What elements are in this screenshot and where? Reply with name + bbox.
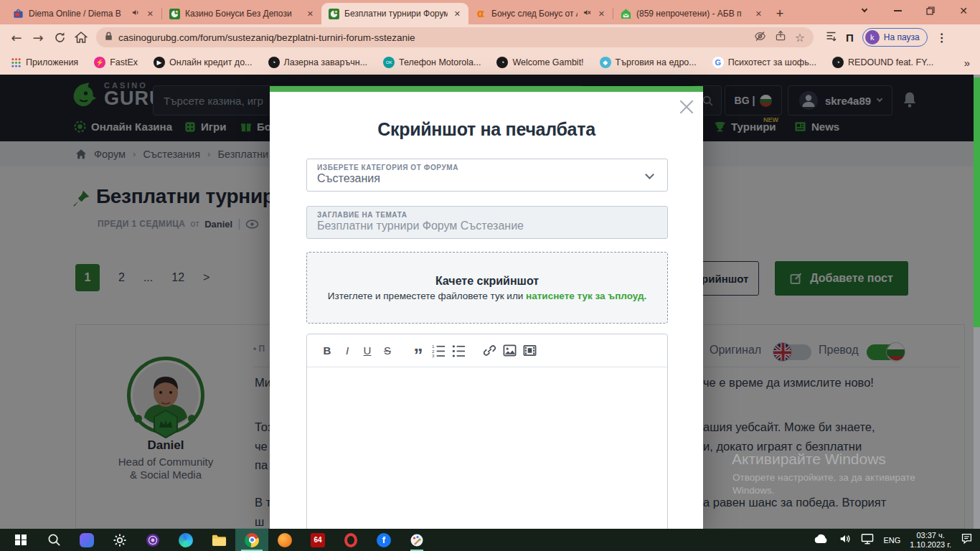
bookmark-label: Лазерна заваръчн... (284, 57, 368, 67)
image-icon[interactable] (499, 341, 519, 361)
extension-p-icon[interactable]: П (846, 32, 854, 44)
volume-icon[interactable] (839, 532, 852, 548)
tab-close-icon[interactable]: ✕ (754, 9, 763, 19)
bookmark-label: REDOUND feat. FY... (848, 57, 933, 67)
bookmark-wholesale[interactable]: ◆ Търговия на едро... (600, 57, 697, 68)
windows-taskbar: 64 f ENG 03:37 ч. 1.10.2023 г. (0, 529, 980, 551)
taskbar-clock[interactable]: 03:37 ч. 1.10.2023 г. (910, 531, 951, 550)
browser-menu-icon[interactable]: ⋮ (936, 31, 948, 44)
bookmarks-overflow-chevron[interactable]: » (964, 57, 970, 69)
tab-close-icon[interactable]: ✕ (453, 9, 462, 19)
audio-muted-icon[interactable] (583, 8, 592, 19)
bookmark-apps[interactable]: Приложения (10, 57, 78, 68)
keyboard-language[interactable]: ENG (883, 536, 900, 545)
chrome-taskbar-icon[interactable] (235, 529, 268, 551)
blockquote-icon[interactable]: ” (408, 341, 428, 361)
bookmark-laser[interactable]: ◔ Лазерна заваръчн... (268, 57, 368, 68)
topic-label: ЗАГЛАВИЕ НА ТЕМАТА (317, 211, 657, 219)
strikethrough-icon[interactable]: S (377, 341, 397, 361)
edge-browser-icon[interactable] (169, 529, 202, 551)
file-explorer-icon[interactable] (202, 529, 235, 551)
modal-title: Скрийншот на печалбата (270, 119, 703, 140)
new-tab-button[interactable]: + (770, 4, 790, 24)
tab-search-icon[interactable] (848, 0, 881, 22)
bookmark-credit[interactable]: ▶ Онлайн кредит до... (154, 57, 252, 68)
post-editor: B I U S ” 123 (306, 334, 668, 534)
office-hub-icon[interactable] (70, 529, 103, 551)
browser-tab-bonuses[interactable]: Казино Бонуси Без Депози ✕ (162, 3, 321, 24)
tab-title: Безплатни турнири Форум (344, 9, 448, 19)
reading-list-icon[interactable] (825, 30, 837, 45)
topic-title-input[interactable]: ЗАГЛАВИЕ НА ТЕМАТА Безплатни турнири Фор… (306, 206, 668, 239)
category-label: ИЗБЕРЕТЕ КАТЕГОРИЯ ОТ ФОРУМА (317, 164, 657, 171)
bookmark-redound[interactable]: ◔ REDOUND feat. FY... (832, 57, 933, 68)
clock-time: 03:37 ч. (910, 531, 951, 540)
modal-accent-bar (270, 86, 703, 92)
tab-close-icon[interactable]: ✕ (597, 9, 606, 19)
dropzone-upload-link[interactable]: натиснете тук за ъплоуд. (526, 291, 646, 301)
opera-browser-icon[interactable] (334, 529, 367, 551)
bookmark-fastex[interactable]: ⚡ FastEx (94, 57, 138, 68)
bookmark-label: Приложения (26, 57, 78, 67)
windows-watermark-line3: Windows. (732, 485, 775, 496)
tab-close-icon[interactable]: ✕ (146, 9, 155, 19)
bullet-list-icon[interactable] (448, 341, 468, 361)
file-dropzone[interactable]: Качете скрийншот Изтеглете и преместете … (306, 252, 668, 324)
italic-icon[interactable]: I (337, 341, 357, 361)
share-icon[interactable] (775, 30, 786, 44)
browser-tab-alpha[interactable]: α Бонус след Бонус от Al ✕ (468, 3, 613, 24)
screen: Diema Online / Diema B ✕ Казино Бонуси Б… (0, 0, 980, 551)
browser-tab-tournaments-active[interactable]: Безплатни турнири Форум ✕ (321, 3, 468, 24)
forward-icon[interactable]: → (27, 27, 49, 48)
eye-slash-icon[interactable] (754, 30, 766, 45)
onedrive-cloud-icon[interactable] (813, 533, 829, 547)
system-tray: ENG 03:37 ч. 1.10.2023 г. (813, 531, 980, 550)
olx-icon: OK (383, 57, 395, 68)
start-button[interactable] (4, 529, 37, 551)
tab-close-icon[interactable]: ✕ (306, 9, 315, 19)
bookmark-psychotest[interactable]: G Психотест за шофь... (712, 57, 816, 68)
bookmark-label: Welcome Gambit! (512, 57, 583, 67)
network-display-icon[interactable] (861, 533, 874, 547)
back-icon[interactable]: ← (6, 27, 27, 48)
thunderbird-icon[interactable] (268, 529, 301, 551)
bookmark-label: Психотест за шофь... (728, 57, 816, 67)
tor-browser-icon[interactable] (136, 529, 169, 551)
bookmark-label: FastEx (110, 57, 138, 67)
fastex-icon: ⚡ (94, 57, 105, 68)
audio-playing-icon[interactable] (131, 8, 141, 19)
paint-icon[interactable] (400, 529, 433, 551)
restore-button[interactable] (914, 0, 947, 22)
bookmark-star-icon[interactable]: ☆ (795, 31, 805, 44)
browser-tab-abv-mail[interactable]: (859 непрочетени) - АБВ п ✕ (613, 3, 770, 24)
action-center-icon[interactable] (961, 532, 973, 547)
page-scrollbar[interactable] (974, 75, 980, 529)
reload-icon[interactable] (49, 27, 70, 48)
underline-icon[interactable]: U (357, 341, 377, 361)
clock-date: 1.10.2023 г. (910, 540, 951, 550)
windows-watermark-line2: Отворете настройките, за да активирате (732, 472, 915, 483)
bold-icon[interactable]: B (317, 341, 337, 361)
bookmark-gambit[interactable]: ◔ Welcome Gambit! (496, 57, 583, 68)
settings-gear-icon[interactable] (103, 529, 136, 551)
modal-close-icon[interactable] (677, 98, 696, 116)
close-window-button[interactable]: ✕ (947, 0, 980, 22)
profile-button[interactable]: k На пауза (862, 28, 928, 47)
lock-icon[interactable] (105, 31, 113, 44)
ordered-list-icon[interactable]: 123 (428, 341, 448, 361)
taskbar-search-icon[interactable] (37, 529, 70, 551)
bookmark-label: Търговия на едро... (616, 57, 697, 67)
forum-category-select[interactable]: ИЗБЕРЕТЕ КАТЕГОРИЯ ОТ ФОРУМА Състезания (306, 159, 668, 192)
editor-body[interactable] (307, 367, 667, 534)
browser-tab-diema[interactable]: Diema Online / Diema B ✕ (6, 3, 161, 24)
minimize-button[interactable] (881, 0, 914, 22)
address-bar[interactable]: casinogurubg.com/forum/sustezaniq/bezpla… (96, 27, 814, 47)
home-icon[interactable] (70, 27, 92, 48)
app-64-icon[interactable]: 64 (301, 529, 334, 551)
scrollbar-thumb[interactable] (974, 77, 980, 327)
facebook-icon[interactable]: f (367, 529, 400, 551)
bookmark-motorola[interactable]: OK Телефон Motorola... (383, 57, 481, 68)
extensions-area: П k На пауза ⋮ (825, 28, 948, 47)
video-icon[interactable] (519, 341, 540, 361)
link-icon[interactable] (479, 341, 499, 361)
